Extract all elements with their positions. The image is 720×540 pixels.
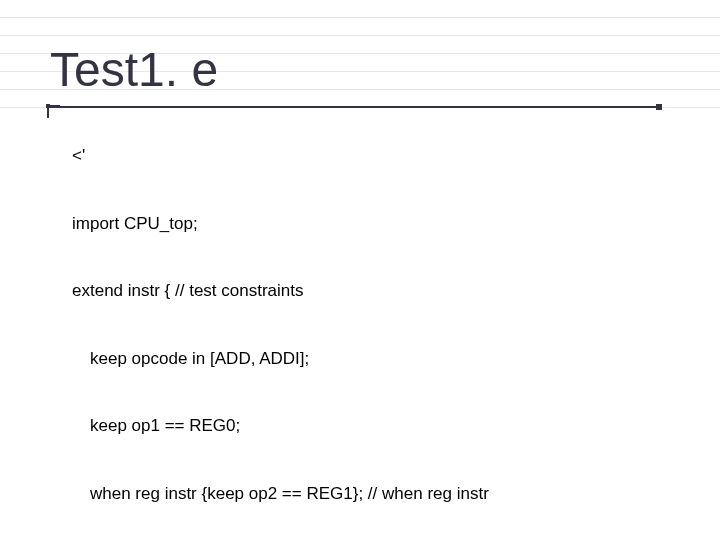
code-line: keep opcode in [ADD, ADDI]; xyxy=(72,348,690,371)
code-line: import CPU_top; xyxy=(72,213,690,236)
corner-ornament-icon xyxy=(46,104,60,118)
code-line: when reg instr {keep op2 == REG1}; // wh… xyxy=(72,483,690,506)
code-block: <' import CPU_top; extend instr { // tes… xyxy=(72,100,690,540)
slide: Test1. e <' import CPU_top; extend instr… xyxy=(0,0,720,540)
slide-title: Test1. e xyxy=(50,42,218,97)
code-line: extend instr { // test constraints xyxy=(72,280,690,303)
code-line: <' xyxy=(72,145,690,168)
svg-rect-0 xyxy=(46,104,50,108)
code-line: keep op1 == REG0; xyxy=(72,415,690,438)
